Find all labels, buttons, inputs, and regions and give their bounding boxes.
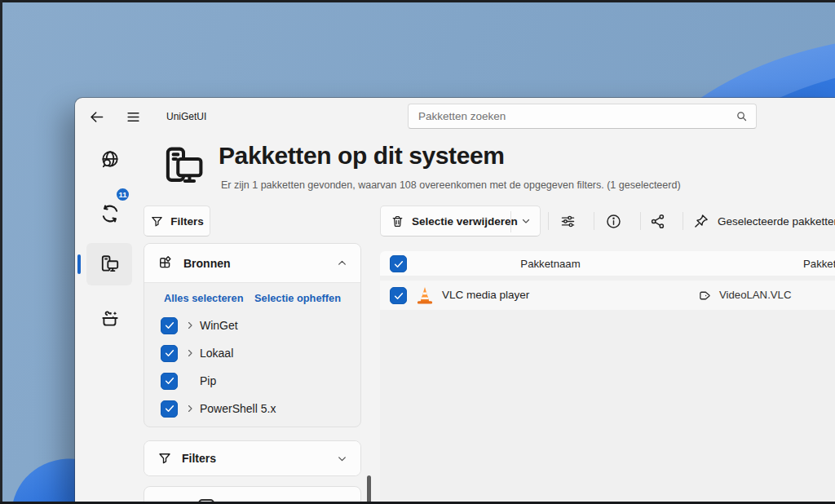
- package-checkbox[interactable]: [390, 287, 407, 304]
- check-icon: [393, 290, 404, 302]
- select-all-checkbox[interactable]: [390, 255, 407, 272]
- sliders-icon: [559, 213, 577, 230]
- selected-packages-button[interactable]: Geselecteerde pakketten: [682, 206, 835, 237]
- selected-packages-label: Geselecteerde pakketten: [718, 215, 835, 228]
- package-table-body: VLC media player VideoLAN.VLC: [380, 276, 835, 504]
- sources-panel-header[interactable]: Bronnen: [144, 244, 360, 283]
- sidebar-selected-indicator: [77, 254, 81, 274]
- filters-toggle-button[interactable]: Filters: [144, 206, 210, 237]
- sidebar-item-discover[interactable]: [99, 149, 121, 170]
- select-all-link[interactable]: Alles selecteren: [164, 292, 243, 304]
- check-icon: [393, 259, 404, 270]
- share-icon: [649, 213, 666, 230]
- globe-search-icon: [99, 149, 121, 170]
- chevron-up-icon[interactable]: [337, 258, 347, 268]
- source-label: Lokaal: [200, 347, 233, 360]
- search-box: [408, 104, 757, 129]
- funnel-icon: [150, 214, 164, 228]
- updates-count-badge: 11: [115, 187, 130, 202]
- nav-menu-button[interactable]: [121, 106, 145, 127]
- deselect-all-link[interactable]: Selectie opheffen: [254, 292, 341, 304]
- source-label: WinGet: [200, 319, 238, 332]
- hamburger-icon: [126, 109, 141, 125]
- package-table-header: Pakketnaam Pakket-id: [380, 251, 835, 276]
- sources-panel: Bronnen Alles selecteren Selectie opheff…: [144, 243, 361, 427]
- source-row[interactable]: Lokaal: [144, 339, 360, 367]
- column-header-name[interactable]: Pakketnaam: [428, 258, 673, 270]
- chevron-right-icon[interactable]: [185, 404, 195, 413]
- package-details-button[interactable]: [603, 211, 623, 231]
- filters-panel: Filters: [144, 440, 361, 476]
- package-row[interactable]: VLC media player VideoLAN.VLC: [380, 281, 835, 310]
- filters-panel-header[interactable]: Filters: [144, 441, 360, 475]
- remove-selection-dropdown[interactable]: [511, 206, 540, 236]
- back-arrow-icon: [89, 109, 104, 125]
- sources-links-row: Alles selecteren Selectie opheffen: [144, 292, 360, 304]
- filters-panel-title: Filters: [182, 452, 216, 465]
- package-name: VLC media player: [442, 289, 529, 301]
- bundles-box-icon: [99, 307, 121, 329]
- sources-icon: [157, 255, 174, 272]
- funnel-icon: [157, 451, 172, 466]
- filters-button-label: Filters: [170, 215, 204, 228]
- chevron-down-icon[interactable]: [337, 453, 347, 464]
- check-icon: [164, 375, 175, 387]
- trash-icon: [391, 214, 404, 228]
- package-id: VideoLAN.VLC: [719, 289, 791, 301]
- source-checkbox[interactable]: [161, 317, 178, 334]
- screen-edge: [0, 0, 2, 504]
- source-label: PowerShell 5.x: [200, 402, 276, 415]
- source-checkbox[interactable]: [161, 345, 178, 362]
- info-icon: [605, 213, 622, 230]
- page-subtitle: Er zijn 1 pakketten gevonden, waarvan 10…: [221, 179, 681, 191]
- remove-selection-label: Selectie verwijderen: [412, 215, 518, 228]
- toolbar-separator: [594, 212, 594, 230]
- app-title: UniGetUI: [166, 111, 206, 122]
- check-icon: [164, 403, 175, 414]
- check-icon: [164, 347, 175, 359]
- source-checkbox[interactable]: [161, 373, 178, 390]
- page-header-icon: [161, 144, 205, 188]
- chevron-down-icon: [521, 216, 531, 226]
- sidebar-item-installed[interactable]: [99, 254, 121, 275]
- pin-icon: [693, 213, 709, 229]
- check-icon: [164, 320, 175, 331]
- search-input[interactable]: [409, 110, 736, 122]
- screen-edge: [0, 0, 835, 2]
- unigetui-window: UniGetUI 11: [75, 98, 835, 504]
- chevron-right-icon[interactable]: [185, 321, 195, 330]
- source-checkbox[interactable]: [161, 400, 178, 418]
- sources-panel-title: Bronnen: [183, 257, 231, 270]
- toolbar-separator: [640, 212, 641, 230]
- sidebar-item-bundles[interactable]: [99, 307, 121, 329]
- column-header-id[interactable]: Pakket-id: [803, 258, 835, 270]
- chevron-right-icon[interactable]: [185, 348, 195, 358]
- source-row[interactable]: PowerShell 5.x: [144, 395, 360, 422]
- share-button[interactable]: [647, 211, 667, 231]
- toolbar-separator: [548, 212, 549, 230]
- source-row[interactable]: WinGet: [144, 312, 360, 339]
- back-button[interactable]: [85, 106, 108, 127]
- installed-computer-icon: [99, 254, 121, 275]
- remove-selection-button[interactable]: Selectie verwijderen: [380, 206, 541, 237]
- vlc-cone-icon: [414, 285, 435, 306]
- page-title: Pakketten op dit systeem: [219, 142, 505, 170]
- sidebar-item-updates[interactable]: [99, 203, 121, 224]
- tag-icon: [698, 289, 712, 303]
- list-options-button[interactable]: [558, 211, 577, 231]
- search-icon[interactable]: [736, 110, 748, 122]
- source-row[interactable]: Pip: [144, 367, 360, 395]
- source-label: Pip: [200, 374, 216, 387]
- left-panel-scrollbar-thumb[interactable]: [367, 475, 371, 504]
- refresh-icon: [99, 203, 121, 224]
